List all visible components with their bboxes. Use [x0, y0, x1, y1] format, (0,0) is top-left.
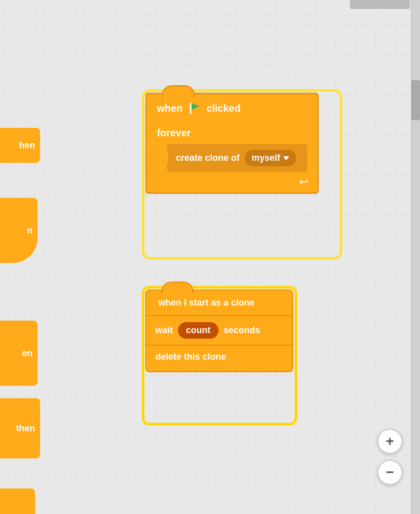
count-variable-pill[interactable]: count — [178, 322, 219, 339]
seconds-text: seconds — [224, 325, 260, 336]
left-block-5 — [0, 488, 35, 514]
left-block-2: n — [0, 198, 38, 263]
delete-text: delete this clone — [155, 352, 226, 362]
wait-text: wait — [155, 325, 173, 336]
svg-marker-1 — [191, 103, 199, 110]
wait-seconds-block[interactable]: wait count seconds — [145, 316, 293, 346]
create-clone-text: create clone of — [176, 153, 240, 163]
zoom-out-icon: − — [386, 464, 394, 480]
left-block-1: hen — [0, 128, 40, 163]
clicked-text: clicked — [206, 103, 241, 114]
top-bar-hint — [350, 0, 410, 9]
myself-dropdown[interactable]: myself — [245, 150, 296, 166]
left-block-3: en — [0, 321, 38, 386]
when-start-as-clone-block[interactable]: when I start as a clone — [145, 290, 293, 316]
delete-clone-block[interactable]: delete this clone — [145, 346, 293, 372]
scrollbar-thumb[interactable] — [411, 80, 420, 120]
green-flag-icon — [187, 101, 201, 115]
when-text: when — [157, 103, 182, 114]
scrollbar[interactable] — [411, 0, 420, 514]
create-clone-block[interactable]: create clone of myself — [167, 144, 307, 172]
zoom-in-icon: + — [386, 433, 394, 449]
block-group-1: when clicked forever create clone of mys… — [145, 93, 319, 194]
when-flag-clicked-block[interactable]: when clicked — [145, 93, 319, 122]
chevron-down-icon — [283, 156, 289, 160]
zoom-in-button[interactable]: + — [377, 429, 402, 454]
left-block-1-label: hen — [19, 140, 35, 151]
forever-block[interactable]: forever create clone of myself ↩ — [145, 122, 319, 194]
forever-text: forever — [157, 127, 191, 138]
left-block-4: then — [0, 398, 40, 458]
forever-arrow-icon: ↩ — [299, 175, 308, 188]
clone-hat-text: when I start as a clone — [158, 298, 255, 308]
count-text: count — [186, 325, 211, 335]
left-block-3-label: en — [22, 348, 33, 359]
left-block-2-label: n — [27, 225, 33, 236]
dropdown-value: myself — [252, 153, 280, 163]
svg-rect-0 — [190, 103, 191, 114]
zoom-out-button[interactable]: − — [377, 460, 402, 485]
left-block-4-label: then — [16, 423, 35, 434]
block-group-2: when I start as a clone wait count secon… — [145, 290, 293, 372]
